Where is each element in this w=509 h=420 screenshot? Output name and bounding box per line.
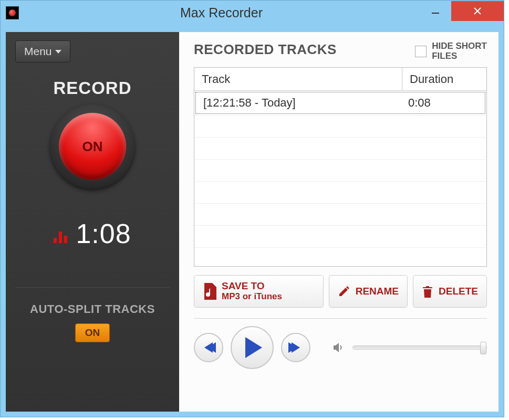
save-text: SAVE TO MP3 or iTunes xyxy=(222,281,282,302)
col-track[interactable]: Track xyxy=(194,68,402,90)
close-icon xyxy=(472,6,483,16)
music-file-icon xyxy=(203,283,216,300)
divider xyxy=(15,287,170,288)
recorded-tracks-title: RECORDED TRACKS xyxy=(194,41,337,58)
checkbox-icon xyxy=(415,46,427,57)
trash-icon xyxy=(422,285,433,298)
volume-slider[interactable] xyxy=(352,345,487,350)
timer-value: 1:08 xyxy=(76,218,131,249)
rename-text: RENAME xyxy=(356,286,399,297)
menu-button[interactable]: Menu xyxy=(15,40,70,62)
svg-rect-0 xyxy=(432,13,439,14)
speaker-icon xyxy=(333,341,346,354)
app-icon xyxy=(6,6,19,19)
hide-short-files-checkbox[interactable]: HIDE SHORT FILES xyxy=(415,41,487,61)
level-bars-icon xyxy=(54,228,67,243)
volume-control xyxy=(333,341,487,354)
record-button[interactable]: ON xyxy=(50,104,134,188)
record-button-face: ON xyxy=(59,113,126,180)
minimize-button[interactable] xyxy=(420,1,451,21)
app-window: Max Recorder Menu RECORD ON xyxy=(0,0,504,417)
close-button[interactable] xyxy=(451,1,504,21)
table-empty-area xyxy=(194,115,486,266)
record-state: ON xyxy=(82,139,103,155)
save-line1: SAVE TO xyxy=(222,280,265,291)
titlebar: Max Recorder xyxy=(1,1,504,25)
auto-split-label: AUTO-SPLIT TRACKS xyxy=(30,302,155,316)
right-panel: RECORDED TRACKS HIDE SHORT FILES Track D… xyxy=(179,32,498,412)
slider-thumb[interactable] xyxy=(480,342,486,354)
delete-button[interactable]: DELETE xyxy=(413,275,487,308)
left-panel: Menu RECORD ON 1:08 AUTO-SPLIT TRACKS ON xyxy=(6,32,179,412)
play-button[interactable] xyxy=(231,326,274,369)
forward-button[interactable] xyxy=(281,333,310,362)
rewind-button[interactable] xyxy=(194,333,223,362)
player-controls xyxy=(194,326,487,369)
auto-split-toggle[interactable]: ON xyxy=(75,323,110,342)
action-bar: SAVE TO MP3 or iTunes RENAME DELETE xyxy=(194,275,487,308)
separator xyxy=(194,318,487,319)
minimize-icon xyxy=(431,6,440,16)
forward-icon xyxy=(292,342,300,353)
delete-text: DELETE xyxy=(439,286,478,297)
chevron-down-icon xyxy=(55,50,61,54)
record-dot-icon xyxy=(9,9,16,16)
col-duration[interactable]: Duration xyxy=(402,68,486,90)
save-button[interactable]: SAVE TO MP3 or iTunes xyxy=(194,275,324,308)
table-header: Track Duration xyxy=(194,68,486,91)
pencil-icon xyxy=(338,285,350,298)
content: Menu RECORD ON 1:08 AUTO-SPLIT TRACKS ON xyxy=(6,32,498,412)
rename-button[interactable]: RENAME xyxy=(329,275,408,308)
menu-label: Menu xyxy=(24,45,52,58)
rewind-icon xyxy=(204,342,213,353)
cell-duration: 0:08 xyxy=(401,92,485,113)
tracks-table: Track Duration [12:21:58 - Today] 0:08 xyxy=(194,67,487,267)
right-header: RECORDED TRACKS HIDE SHORT FILES xyxy=(194,41,487,61)
play-icon xyxy=(245,337,262,358)
window-controls xyxy=(420,1,504,21)
window-title: Max Recorder xyxy=(23,5,420,20)
timer-row: 1:08 xyxy=(54,218,131,249)
record-label: RECORD xyxy=(53,78,131,98)
save-line2: MP3 or iTunes xyxy=(222,292,282,302)
cell-track: [12:21:58 - Today] xyxy=(196,92,401,113)
auto-split-state: ON xyxy=(85,327,100,338)
table-row[interactable]: [12:21:58 - Today] 0:08 xyxy=(195,92,485,114)
hide-short-files-label: HIDE SHORT FILES xyxy=(432,41,487,61)
